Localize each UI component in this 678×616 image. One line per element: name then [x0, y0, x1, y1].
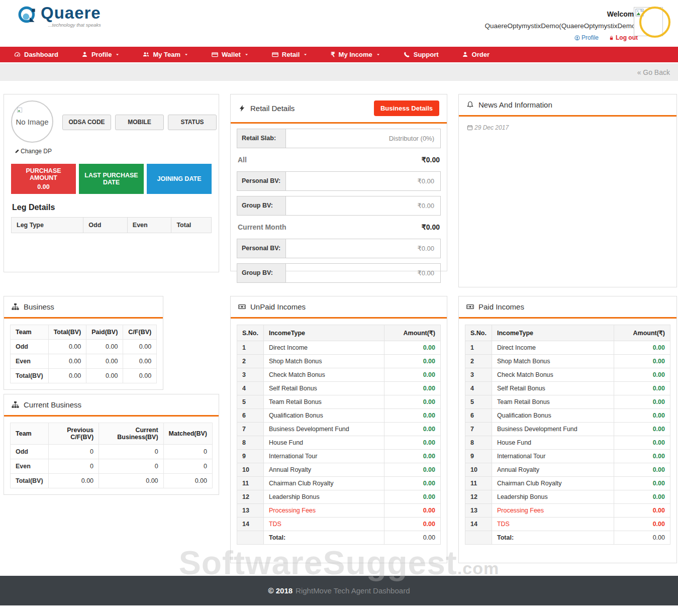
nav-order-label: Order [472, 51, 490, 58]
odd-column-header: Odd [83, 218, 128, 233]
group-bv-value: ₹0.00 [286, 196, 440, 215]
leg-details-title: Leg Details [12, 203, 211, 212]
mobile-button[interactable]: MOBILE [115, 115, 164, 130]
nav-profile[interactable]: Profile [81, 51, 120, 58]
income-row: 13Processing Fees0.00 [237, 504, 441, 518]
business-panel: Business Team Total(BV) Paid(BV) C/F(BV)… [4, 296, 163, 390]
purchase-amount-button[interactable]: PURCHASE AMOUNT 0.00 [11, 164, 76, 194]
money-icon [466, 303, 474, 311]
income-row: 3Check Match Bonus0.00 [465, 368, 670, 382]
paid-incomes-table: S.No. IncomeType Amount(₹) 1Direct Incom… [465, 325, 670, 545]
status-button[interactable]: STATUS [168, 115, 217, 130]
pencil-icon [15, 149, 20, 154]
news-date-text: 29 Dec 2017 [474, 124, 509, 131]
leg-details-header-row: Leg Type Odd Even Total [12, 218, 212, 233]
amount-column-header: Amount(₹) [384, 325, 441, 341]
nav-dashboard[interactable]: Dashboard [14, 51, 58, 58]
income-row: 12Leadership Bonus0.00 [237, 490, 441, 504]
change-dp-link[interactable]: Change DP [11, 148, 55, 155]
unpaid-incomes-panel: UnPaid Incomes S.No. IncomeType Amount(₹… [230, 296, 447, 563]
caret-down-icon [184, 52, 188, 57]
table-row: Odd000 [11, 445, 213, 459]
caret-down-icon [115, 52, 120, 57]
user-links: Profile Log out [485, 34, 638, 41]
joining-date-button[interactable]: JOINING DATE [147, 164, 212, 194]
all-value: ₹0.00 [422, 156, 440, 164]
nav-my-income[interactable]: ₹ My Income [331, 51, 380, 58]
income-row: 2Shop Match Bonus0.00 [237, 355, 441, 368]
income-row: 2Shop Match Bonus0.00 [465, 355, 670, 368]
nav-profile-label: Profile [91, 51, 112, 58]
total-bv-column-header: Total(BV) [48, 325, 86, 340]
profile-photo-placeholder: No Image [11, 100, 53, 143]
personal-bv-label: Personal BV: [237, 172, 286, 190]
user-icon [81, 51, 88, 58]
go-back-link[interactable]: « Go Back [637, 68, 670, 76]
calendar-icon [467, 125, 473, 131]
retail-slab-value: Distributor (0%) [286, 129, 440, 148]
last-purchase-date-button[interactable]: LAST PURCHASE DATE [79, 164, 144, 194]
group-bv-label: Group BV: [237, 196, 286, 215]
last-purchase-date-label: LAST PURCHASE DATE [81, 172, 142, 186]
income-row: 5Team Retail Bonus0.00 [465, 395, 670, 409]
income-row: 11Chairman Club Royalty0.00 [465, 477, 670, 490]
news-title: News And Information [478, 100, 552, 109]
unpaid-incomes-title-block: UnPaid Incomes [238, 302, 306, 311]
no-image-label: No Image [16, 118, 48, 126]
nav-order[interactable]: Order [462, 51, 490, 58]
business-title: Business [24, 302, 54, 311]
nav-my-team-label: My Team [153, 51, 180, 58]
unpaid-total-row: Total: 0.00 [237, 531, 441, 545]
user-info-block: Welcome QuaereOptymystixDemo(QuaereOptym… [485, 10, 638, 41]
bell-icon [466, 101, 474, 109]
current-business-panel: Current Business Team Previous C/F(BV) C… [4, 394, 219, 495]
news-panel: News And Information 29 Dec 2017 [458, 94, 677, 287]
footer-copyright: © 2018 [268, 586, 293, 595]
business-details-button[interactable]: Business Details [374, 100, 439, 116]
profile-quick-buttons: ODSA CODE MOBILE STATUS [62, 115, 217, 155]
unpaid-incomes-table: S.No. IncomeType Amount(₹) 1Direct Incom… [237, 325, 441, 545]
income-row: 9International Tour0.00 [237, 450, 441, 463]
nav-wallet-label: Wallet [222, 51, 241, 58]
profile-link-label: Profile [582, 34, 599, 41]
income-row: 10Annual Royalty0.00 [465, 463, 670, 477]
leg-type-column-header: Leg Type [12, 218, 83, 233]
highlight-circle [639, 7, 670, 38]
logo-tagline: ...technology that speaks [41, 22, 101, 28]
caret-down-icon [376, 52, 380, 57]
nav-wallet[interactable]: Wallet [212, 51, 249, 58]
income-row: 5Team Retail Bonus0.00 [237, 395, 441, 409]
current-business-table: Team Previous C/F(BV) Current Business(B… [10, 423, 213, 488]
main-nav: Dashboard Profile My Team Wallet Retail … [0, 47, 678, 62]
total-amount: 0.00 [384, 531, 441, 545]
nav-retail-label: Retail [282, 51, 300, 58]
income-row: 7Business Development Fund0.00 [465, 423, 670, 436]
go-back-bar: « Go Back [0, 62, 678, 81]
cf-bv-column-header: C/F(BV) [123, 325, 157, 340]
income-row: 12Leadership Bonus0.00 [465, 490, 670, 504]
avatar[interactable] [634, 7, 663, 36]
cm-personal-bv-row: Personal BV: ₹0.00 [237, 239, 441, 258]
page: Quaere ...technology that speaks Welcome… [0, 0, 678, 616]
user-icon [462, 51, 468, 58]
joining-date-label: JOINING DATE [149, 175, 210, 182]
paid-incomes-title-block: Paid Incomes [466, 302, 524, 311]
team-column-header: Team [11, 423, 49, 445]
caret-down-icon [303, 52, 308, 57]
total-label: Total: [492, 531, 614, 545]
top-header: Quaere ...technology that speaks Welcome… [0, 0, 678, 47]
income-row: 3Check Match Bonus0.00 [237, 368, 441, 382]
profile-stat-buttons: PURCHASE AMOUNT 0.00 LAST PURCHASE DATE … [11, 164, 212, 194]
quaere-logo[interactable]: Quaere ...technology that speaks [18, 5, 101, 28]
profile-link[interactable]: Profile [574, 34, 599, 41]
paid-bv-column-header: Paid(BV) [86, 325, 123, 340]
current-month-summary-row: Current Month ₹0.00 [238, 221, 440, 234]
news-item-date: 29 Dec 2017 [467, 124, 668, 131]
odsa-code-button[interactable]: ODSA CODE [62, 115, 111, 130]
nav-support[interactable]: Support [404, 51, 439, 58]
group-bv-label: Group BV: [237, 264, 286, 282]
nav-my-team[interactable]: My Team [143, 51, 188, 58]
unpaid-incomes-title: UnPaid Incomes [250, 302, 306, 311]
nav-retail[interactable]: Retail [272, 51, 308, 58]
welcome-label: Welcome [485, 10, 638, 18]
